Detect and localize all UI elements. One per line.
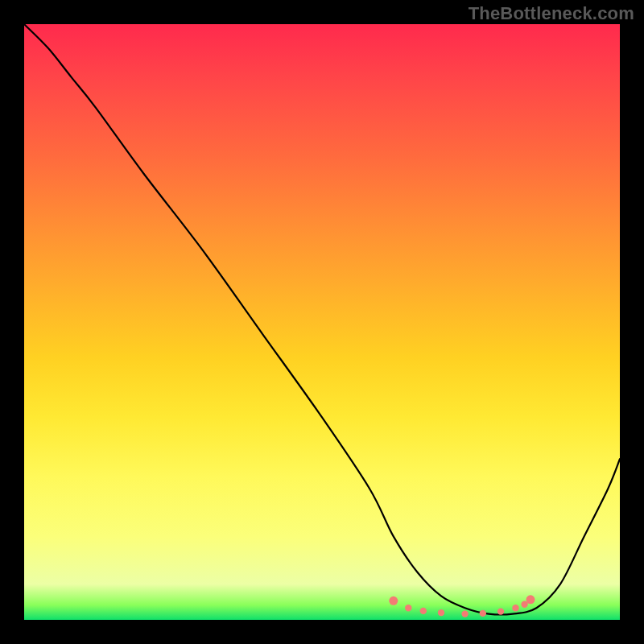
chart-frame: TheBottleneck.com	[0, 0, 644, 644]
plot-area	[24, 24, 620, 620]
curve-layer	[24, 24, 620, 620]
bottleneck-curve	[24, 24, 620, 615]
trough-dot	[526, 595, 535, 604]
trough-dot	[497, 608, 504, 614]
watermark-text: TheBottleneck.com	[469, 3, 634, 24]
trough-dot	[420, 608, 427, 614]
trough-dot	[512, 605, 518, 611]
trough-dot	[405, 605, 411, 611]
trough-dot	[389, 597, 398, 605]
trough-dot	[461, 610, 468, 617]
trough-dot	[438, 609, 444, 616]
trough-dot	[480, 610, 486, 617]
